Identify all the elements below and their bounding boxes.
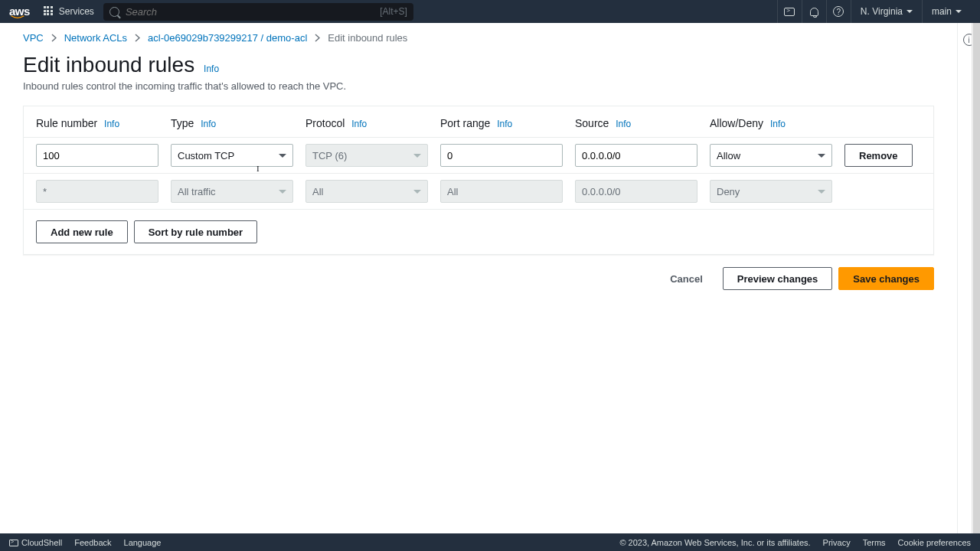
feedback-link[interactable]: Feedback (74, 538, 111, 547)
allow-deny-select[interactable]: Allow (710, 144, 832, 167)
grid-icon (44, 6, 54, 17)
caret-down-icon (413, 190, 421, 194)
allow-deny-select: Deny (710, 180, 832, 203)
bell-icon (810, 8, 818, 16)
caret-down-icon (279, 154, 286, 158)
page-subtitle: Inbound rules control the incoming traff… (23, 80, 934, 92)
protocol-select: All (305, 180, 428, 203)
services-menu[interactable]: Services (44, 6, 94, 17)
help-icon: ? (833, 6, 844, 17)
col-source: Source Info (575, 117, 710, 129)
sort-button[interactable]: Sort by rule number (134, 220, 258, 243)
scrollbar-thumb[interactable] (973, 23, 980, 533)
caret-down-icon (906, 10, 913, 13)
account-menu[interactable]: main (922, 0, 971, 23)
col-protocol: Protocol Info (305, 117, 440, 129)
rule-number-input[interactable] (36, 144, 158, 167)
info-link[interactable]: Info (616, 119, 631, 129)
breadcrumb: VPC Network ACLs acl-0e69029b739299217 /… (23, 32, 934, 44)
scrollbar[interactable] (972, 23, 980, 533)
caret-down-icon (956, 10, 962, 13)
caret-down-icon (818, 190, 825, 194)
info-link[interactable]: Info (351, 119, 367, 129)
terminal-icon (9, 540, 18, 546)
col-port-range: Port range Info (440, 117, 575, 129)
page-title: Edit inbound rules (23, 53, 194, 77)
preview-changes-button[interactable]: Preview changes (723, 267, 833, 290)
breadcrumb-acl-detail[interactable]: acl-0e69029b739299217 / demo-acl (148, 32, 307, 44)
rule-row: Custom TCP TCP (6) Allow Remove I (24, 138, 933, 174)
search-icon (109, 7, 119, 17)
text-cursor: I (256, 164, 260, 173)
chevron-right-icon (315, 34, 320, 42)
type-select[interactable]: Custom TCP (171, 144, 293, 167)
chevron-right-icon (51, 34, 57, 42)
aws-logo[interactable]: aws (9, 5, 30, 19)
rules-panel: Rule number Info Type Info Protocol Info… (23, 106, 934, 255)
privacy-link[interactable]: Privacy (823, 538, 851, 547)
save-changes-button[interactable]: Save changes (838, 267, 934, 290)
bottom-bar: CloudShell Feedback Language © 2023, Ama… (0, 533, 980, 551)
cloudshell-button[interactable] (777, 0, 802, 23)
search-input[interactable] (126, 6, 380, 18)
cloudshell-link[interactable]: CloudShell (9, 538, 62, 547)
page-actions: Cancel Preview changes Save changes (23, 267, 934, 290)
caret-down-icon (279, 190, 286, 194)
help-button[interactable]: ? (826, 0, 851, 23)
copyright-text: © 2023, Amazon Web Services, Inc. or its… (619, 538, 810, 547)
terminal-icon (784, 8, 795, 16)
rules-header-row: Rule number Info Type Info Protocol Info… (24, 106, 933, 138)
col-rule-number: Rule number Info (36, 117, 171, 129)
info-link[interactable]: Info (497, 119, 512, 129)
type-select: All traffic (171, 180, 293, 203)
caret-down-icon (818, 154, 825, 158)
breadcrumb-vpc[interactable]: VPC (23, 32, 44, 44)
main-content: VPC Network ACLs acl-0e69029b739299217 /… (0, 23, 957, 533)
notifications-button[interactable] (802, 0, 826, 23)
port-range-input[interactable] (440, 144, 563, 167)
language-link[interactable]: Language (124, 538, 162, 547)
add-rule-button[interactable]: Add new rule (36, 220, 128, 243)
col-type: Type Info (171, 117, 305, 129)
chevron-right-icon (135, 34, 140, 42)
breadcrumb-current: Edit inbound rules (328, 32, 407, 44)
caret-down-icon (413, 154, 421, 158)
rule-row-default: All traffic All Deny (24, 174, 933, 210)
cookie-preferences-link[interactable]: Cookie preferences (898, 538, 971, 547)
global-search[interactable]: [Alt+S] (103, 3, 413, 21)
top-nav: aws Services [Alt+S] ? N. Virginia main (0, 0, 980, 23)
terms-link[interactable]: Terms (863, 538, 886, 547)
search-shortcut-hint: [Alt+S] (380, 6, 407, 17)
remove-button[interactable]: Remove (844, 144, 913, 167)
cancel-button[interactable]: Cancel (656, 267, 717, 290)
source-input (575, 180, 697, 203)
rules-footer: Add new rule Sort by rule number (24, 210, 933, 254)
info-link[interactable]: Info (201, 119, 216, 129)
port-range-input (440, 180, 563, 203)
source-input[interactable] (575, 144, 697, 167)
page-info-link[interactable]: Info (204, 64, 219, 74)
rule-number-input (36, 180, 158, 203)
protocol-select: TCP (6) (305, 144, 428, 167)
breadcrumb-acls[interactable]: Network ACLs (64, 32, 127, 44)
info-link[interactable]: Info (770, 119, 786, 129)
region-selector[interactable]: N. Virginia (851, 0, 922, 23)
info-link[interactable]: Info (104, 119, 119, 129)
col-allow-deny: Allow/Deny Info (710, 117, 844, 129)
